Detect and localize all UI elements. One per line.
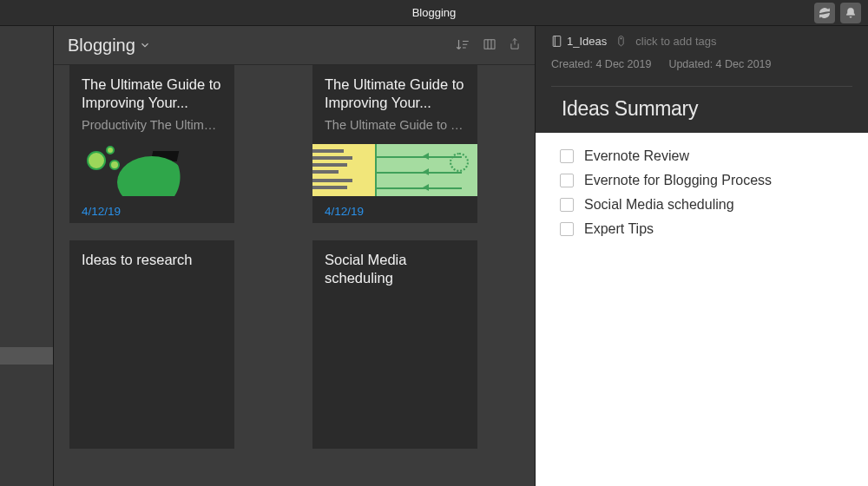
checklist-item[interactable]: Evernote for Blogging Process (560, 173, 844, 188)
checklist-item[interactable]: Social Media scheduling (560, 197, 844, 213)
sort-button[interactable] (455, 37, 470, 53)
checklist-label: Evernote for Blogging Process (584, 173, 772, 188)
chevron-down-icon (139, 39, 151, 51)
note-notebook-link[interactable]: 1_Ideas (551, 35, 607, 48)
checkbox[interactable] (560, 149, 574, 163)
note-card[interactable]: The Ultimate Guide to Improving Your... … (69, 65, 234, 223)
note-card-title: Ideas to research (82, 251, 222, 269)
checkbox[interactable] (560, 222, 574, 236)
titlebar: Blogging (0, 0, 868, 26)
note-card-title: Social Media scheduling (325, 251, 465, 288)
note-card-title: The Ultimate Guide to Improving Your... (325, 76, 465, 113)
checkbox[interactable] (560, 198, 574, 212)
sidebar (0, 26, 54, 486)
note-card-title: The Ultimate Guide to Improving Your... (82, 76, 222, 113)
note-card-thumbnail (312, 144, 477, 196)
columns-icon (483, 37, 496, 51)
svg-rect-1 (553, 36, 561, 47)
checkbox[interactable] (560, 174, 574, 187)
share-button[interactable] (509, 37, 521, 53)
note-card[interactable]: Ideas to research (69, 240, 234, 449)
bell-icon (845, 7, 857, 19)
notebook-dropdown[interactable]: Blogging (68, 36, 151, 56)
sort-icon (455, 37, 470, 53)
sync-button[interactable] (814, 3, 835, 23)
checklist-label: Expert Tips (584, 221, 654, 237)
note-card-date: 4/12/19 (69, 196, 234, 223)
note-card[interactable]: Social Media scheduling (312, 240, 477, 449)
notebook-name: Blogging (68, 36, 135, 56)
note-list-panel: Blogging The Ultimate Guide to Im (54, 26, 536, 486)
share-icon (509, 37, 521, 52)
note-card-snippet: The Ultimate Guide to Im... (325, 118, 465, 132)
window-title: Blogging (412, 6, 457, 19)
note-card[interactable]: The Ultimate Guide to Improving Your... … (312, 65, 477, 223)
note-card-date: 4/12/19 (312, 196, 477, 223)
tag-icon (615, 35, 627, 48)
svg-point-2 (621, 38, 621, 39)
checklist-item[interactable]: Evernote Review (560, 148, 844, 164)
note-title[interactable]: Ideas Summary (536, 87, 868, 133)
note-card-snippet: Productivity The Ultimat... (82, 118, 222, 132)
view-options-button[interactable] (483, 37, 496, 53)
notifications-button[interactable] (840, 3, 861, 23)
checklist-label: Evernote Review (584, 148, 689, 164)
updated-meta: Updated: 4 Dec 2019 (668, 58, 771, 70)
note-card-thumbnail (69, 144, 234, 196)
sidebar-selection-indicator (0, 347, 53, 364)
created-meta: Created: 4 Dec 2019 (551, 58, 651, 70)
sync-icon (819, 7, 831, 19)
add-tags-input[interactable]: click to add tags (635, 35, 716, 48)
svg-rect-0 (484, 40, 495, 49)
notebook-icon (551, 35, 562, 48)
checklist-label: Social Media scheduling (584, 197, 734, 213)
note-notebook-name: 1_Ideas (567, 35, 607, 48)
note-editor[interactable]: Evernote Review Evernote for Blogging Pr… (536, 133, 868, 486)
note-detail-panel: 1_Ideas click to add tags Created: 4 Dec… (536, 26, 868, 486)
checklist-item[interactable]: Expert Tips (560, 221, 844, 237)
